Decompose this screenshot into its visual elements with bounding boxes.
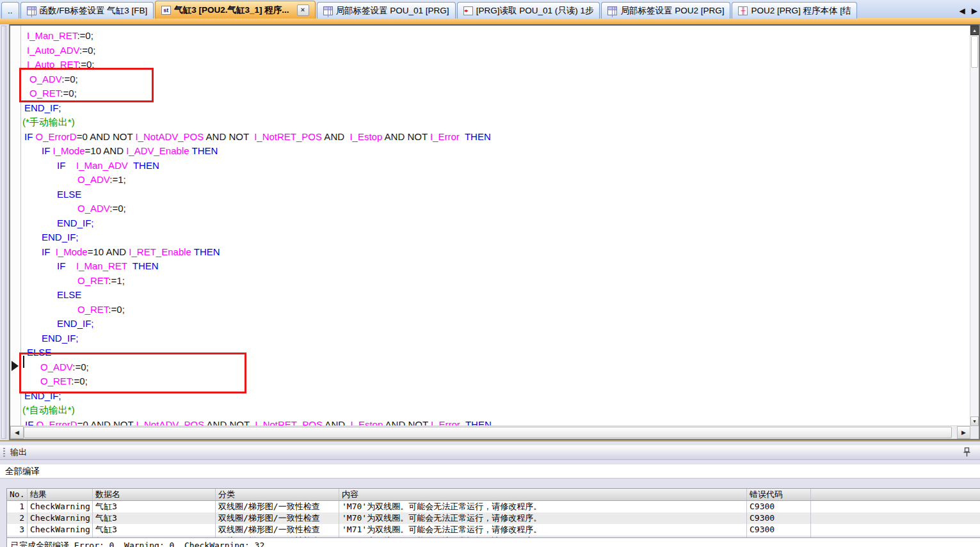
code-token: ELSE [57, 289, 81, 300]
horizontal-scrollbar[interactable]: ◀ ▶ [10, 425, 970, 439]
code-token: END_IF; [42, 333, 79, 344]
tab-label: POU2 [PRG] 程序本体 [结 [751, 5, 851, 17]
code-line[interactable]: O_ADV:=0; [21, 202, 970, 216]
code-token: I_NotADV_POS [136, 131, 204, 142]
table-cell: 'M71'为双线圈。可能会无法正常运行，请修改程序。 [339, 524, 747, 535]
code-line[interactable]: O_RET:=0; [21, 303, 970, 317]
compile-status-line: 已完成全部编译 Error: 0, Warning: 0, CheckWarni… [6, 537, 980, 547]
output-panel-titlebar[interactable]: 输出 [0, 445, 980, 460]
code-line[interactable]: (*手动输出*) [21, 115, 970, 130]
table-cell-filler [811, 501, 980, 512]
code-token: IF [42, 246, 56, 257]
code-token: THEN [460, 131, 491, 142]
tab-document-0[interactable]: 函数/FB标签设置 气缸3 [FB] [20, 2, 154, 19]
code-line[interactable]: I_Man_RET:=0; [21, 29, 970, 44]
horizontal-scroll-thumb[interactable] [24, 427, 952, 438]
code-token: THEN [127, 260, 159, 271]
code-line[interactable]: IF O_ErrorD=0 AND NOT I_NotADV_POS AND N… [21, 418, 970, 427]
tab-document-2[interactable]: 局部标签设置 POU_01 [PRG] [317, 2, 456, 19]
table-cell: 2 [7, 512, 28, 524]
read-doc-icon [463, 6, 473, 15]
st-doc-icon [161, 6, 171, 15]
tab-document-3[interactable]: [PRG]读取 POU_01 (只读) 1步 [457, 2, 600, 19]
scroll-up-arrow-icon[interactable]: ▲ [970, 26, 979, 35]
code-line[interactable]: O_ADV:=1; [21, 173, 970, 187]
column-header: 数据名 [93, 489, 216, 500]
table-cell: CheckWarning [28, 512, 93, 524]
tab-document-5[interactable]: POU2 [PRG] 程序本体 [结 [732, 2, 857, 19]
vertical-scroll-thumb[interactable] [971, 36, 978, 68]
code-token: I_RET_Enable [129, 246, 191, 257]
code-line[interactable]: IF I_Man_RET THEN [21, 259, 970, 274]
tab-label: 函数/FB标签设置 气缸3 [FB] [40, 5, 148, 17]
code-token: IF [24, 131, 36, 142]
code-token: THEN [128, 160, 159, 171]
table-cell: 1 [7, 501, 28, 512]
code-line[interactable]: IF O_ErrorD=0 AND NOT I_NotADV_POS AND N… [21, 130, 970, 145]
column-header: 结果 [28, 489, 93, 500]
code-line[interactable]: I_Auto_RET:=0; [21, 58, 970, 72]
column-header-filler [811, 489, 980, 500]
close-icon[interactable]: × [297, 4, 309, 16]
text-caret [23, 356, 24, 368]
tab-scroll-left-icon[interactable]: ◀ [960, 6, 965, 15]
code-token: IF [57, 160, 76, 171]
tab-label: 局部标签设置 POU_01 [PRG] [336, 5, 449, 17]
code-token: :=0; [108, 304, 124, 315]
drag-grip-icon[interactable] [3, 448, 5, 457]
code-token: =0 AND NOT [77, 131, 136, 142]
code-token: END_IF; [57, 218, 94, 228]
table-row[interactable]: 2CheckWarning气缸3双线圈/梯形图/一致性检查'M70'为双线圈。可… [7, 512, 980, 524]
scroll-right-arrow-icon[interactable]: ▶ [957, 426, 970, 439]
table-cell: 'M70'为双线圈。可能会无法正常运行，请修改程序。 [339, 501, 747, 512]
code-line[interactable]: ELSE [21, 187, 970, 202]
code-line[interactable]: END_IF; [21, 101, 970, 116]
tab-document-1[interactable]: 气缸3 [POU2.气缸3_1] 程序...× [155, 1, 315, 19]
code-token: AND NOT [382, 131, 430, 142]
code-line[interactable]: IF I_Man_ADV THEN [21, 159, 970, 173]
code-line[interactable]: O_RET:=1; [21, 274, 970, 289]
code-line[interactable]: IF I_Mode=10 AND I_RET_Enable THEN [21, 245, 970, 260]
tab-list: .. 函数/FB标签设置 气缸3 [FB]气缸3 [POU2.气缸3_1] 程序… [0, 2, 857, 19]
code-line[interactable]: END_IF; [21, 317, 970, 331]
code-token: ELSE [57, 189, 81, 200]
table-row[interactable]: 3CheckWarning气缸3双线圈/梯形图/一致性检查'M71'为双线圈。可… [7, 524, 980, 535]
code-token: I_Man_RET [76, 260, 127, 271]
left-splitter-strip[interactable] [1, 26, 6, 439]
code-token: I_Error [430, 131, 460, 142]
code-line[interactable]: (*自动输出*) [21, 403, 970, 418]
ladder-doc-icon [738, 6, 748, 15]
table-row[interactable]: 1CheckWarning气缸3双线圈/梯形图/一致性检查'M70'为双线圈。可… [7, 501, 980, 512]
code-token: IF [42, 145, 53, 156]
code-line[interactable]: ELSE [21, 288, 970, 303]
code-token: =10 AND [85, 145, 127, 156]
code-token: :=0; [79, 45, 95, 56]
tab-overflow[interactable]: .. [1, 2, 19, 19]
pushpin-icon[interactable] [963, 447, 971, 457]
code-token: AND [322, 131, 349, 142]
code-line[interactable]: O_RET:=0; [21, 86, 970, 101]
code-line[interactable]: END_IF; [21, 230, 970, 245]
code-token: THEN [191, 246, 220, 257]
st-code-editor[interactable]: I_Man_RET:=0;I_Auto_ADV:=0;I_Auto_RET:=0… [9, 24, 980, 440]
code-line[interactable]: I_Auto_ADV:=0; [21, 44, 970, 58]
code-token: (*自动输出*) [22, 404, 75, 415]
code-token: I_Mode [53, 145, 85, 156]
table-cell-filler [811, 524, 980, 535]
table-cell: CheckWarning [28, 524, 93, 535]
code-token: O_ErrorD [36, 131, 77, 142]
code-line[interactable]: IF I_Mode=10 AND I_ADV_Enable THEN [21, 144, 970, 159]
tab-document-4[interactable]: 局部标签设置 POU2 [PRG] [601, 2, 730, 19]
table-cell: 双线圈/梯形图/一致性检查 [216, 512, 339, 524]
code-line[interactable]: END_IF; [21, 216, 970, 231]
code-line[interactable]: O_ADV:=0; [21, 72, 970, 87]
scroll-left-arrow-icon[interactable]: ◀ [10, 426, 24, 439]
code-token: END_IF; [42, 232, 79, 242]
vertical-scrollbar[interactable]: ▲ ▼ [970, 26, 979, 426]
table-cell-filler [811, 512, 980, 524]
tab-scroll-right-icon[interactable]: ▶ [972, 6, 977, 15]
code-token: O_ADV [77, 203, 109, 214]
code-line[interactable]: END_IF; [21, 331, 970, 346]
scroll-down-arrow-icon[interactable]: ▼ [970, 416, 979, 426]
code-token: I_Estop [349, 131, 382, 142]
